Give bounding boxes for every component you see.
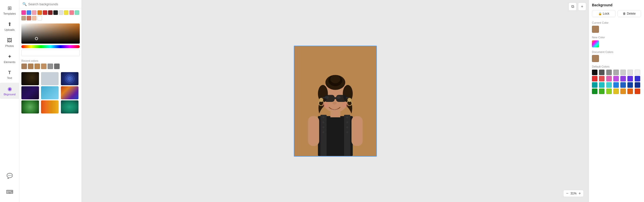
swatch-peach[interactable] [32, 16, 36, 20]
default-swatch-green[interactable] [599, 89, 605, 94]
default-swatch-limegreen[interactable] [606, 89, 612, 94]
default-swatch-nearwhite[interactable] [635, 70, 640, 75]
svg-point-29 [333, 101, 337, 104]
default-swatch-blue1[interactable] [620, 82, 626, 88]
delete-button[interactable]: 🗑 Delete [618, 10, 641, 17]
sidebar-item-text[interactable]: T Text [0, 67, 19, 83]
sidebar-item-templates[interactable]: ⊞ Templates [0, 2, 19, 18]
sidebar-item-comments[interactable]: 💬 [0, 168, 19, 184]
default-swatch-darkblue[interactable] [635, 82, 640, 88]
svg-point-10 [346, 121, 348, 123]
sidebar-item-photos[interactable]: 🖼 Photos [0, 34, 19, 50]
zoom-bar: − 31% + [563, 190, 584, 197]
search-input[interactable] [28, 2, 78, 6]
default-swatch-darkgreen[interactable] [592, 89, 597, 94]
bg-thumb-2[interactable] [41, 72, 59, 85]
default-swatch-cyan[interactable] [606, 82, 612, 88]
recent-swatch-2[interactable] [28, 64, 33, 69]
swatch-terracotta[interactable] [27, 16, 31, 20]
person-illustration [294, 46, 376, 156]
swatch-orange[interactable] [37, 10, 42, 15]
default-swatch-indigo[interactable] [635, 76, 640, 81]
default-swatch-purple2[interactable] [620, 76, 626, 81]
swatch-mint[interactable] [75, 10, 79, 15]
zoom-in-button[interactable]: + [579, 191, 581, 196]
uploads-label: Uploads [5, 28, 15, 31]
swatch-yellow[interactable] [64, 10, 68, 15]
default-swatch-black[interactable] [592, 70, 597, 75]
swatch-salmon[interactable] [69, 10, 74, 15]
swatch-red[interactable] [43, 10, 47, 15]
swatch-lightpink[interactable] [32, 10, 36, 15]
recent-colors-label: Recent colors [21, 59, 79, 62]
default-swatch-hotpink[interactable] [606, 76, 612, 81]
bg-thumb-6[interactable] [61, 86, 78, 99]
default-swatch-purple1[interactable] [613, 76, 619, 81]
delete-label: Delete [627, 12, 636, 15]
search-icon: 🔍 [22, 2, 27, 6]
uploads-icon: ⬆ [8, 21, 12, 27]
sidebar-item-elements[interactable]: ✦ Elements [0, 50, 19, 67]
default-swatch-violet[interactable] [627, 76, 633, 81]
swatch-pink[interactable] [21, 10, 26, 15]
lock-button[interactable]: 🔒 Lock [592, 10, 616, 17]
recent-swatch-4[interactable] [41, 64, 47, 69]
hex-input[interactable]: #A97F59 [21, 50, 80, 56]
bg-thumb-9[interactable] [61, 100, 78, 113]
sidebar-item-keyboard[interactable]: ⌨ [0, 184, 19, 200]
swatch-white[interactable] [37, 16, 42, 20]
duplicate-button[interactable]: ⧉ [569, 3, 577, 11]
default-swatch-red[interactable] [592, 76, 597, 81]
recent-swatch-6[interactable] [54, 64, 60, 69]
swatch-black[interactable] [53, 10, 58, 15]
current-color-label: Current Color [592, 21, 641, 24]
swatch-tan[interactable] [21, 16, 26, 20]
current-color-preview[interactable] [592, 26, 599, 33]
recent-swatch-3[interactable] [34, 64, 40, 69]
right-panel: Background 🔒 Lock 🗑 Delete Current Color… [589, 0, 644, 202]
svg-point-37 [342, 102, 349, 107]
default-swatch-teal1[interactable] [592, 82, 597, 88]
hue-slider[interactable] [21, 45, 80, 48]
sidebar-item-background[interactable]: ◉ Bkground [0, 83, 19, 99]
default-swatch-amber[interactable] [620, 89, 626, 94]
default-swatch-medgray[interactable] [613, 70, 619, 75]
svg-point-1 [67, 76, 73, 82]
bg-thumb-8[interactable] [41, 100, 59, 113]
default-swatch-yellow[interactable] [613, 89, 619, 94]
default-swatch-gray[interactable] [606, 70, 612, 75]
new-color-gradient [592, 40, 599, 47]
swatch-lightgrey[interactable] [59, 10, 63, 15]
svg-point-28 [336, 96, 340, 99]
default-swatch-teal2[interactable] [599, 82, 605, 88]
bg-thumb-5[interactable] [41, 86, 59, 99]
bg-thumb-3[interactable] [61, 72, 78, 85]
bg-thumb-4[interactable] [21, 86, 39, 99]
bg-thumb-7[interactable] [21, 100, 39, 113]
default-swatch-deeporange[interactable] [635, 89, 640, 94]
default-swatch-lightred[interactable] [599, 76, 605, 81]
default-swatch-orange[interactable] [627, 89, 633, 94]
sidebar-item-uploads[interactable]: ⬆ Uploads [0, 18, 19, 34]
document-color-swatch[interactable] [592, 55, 599, 62]
swatch-blue[interactable] [27, 10, 31, 15]
default-swatch-verylightgray[interactable] [627, 70, 633, 75]
default-swatch-darkgray[interactable] [599, 70, 605, 75]
canvas-frame[interactable] [294, 46, 377, 157]
left-panel: 🔍 #A97F59 [19, 0, 82, 202]
zoom-out-button[interactable]: − [566, 191, 568, 196]
svg-point-36 [322, 102, 329, 107]
svg-point-9 [322, 121, 324, 123]
swatch-darkred[interactable] [48, 10, 53, 15]
color-gradient-picker[interactable] [21, 23, 80, 44]
add-button[interactable]: + [578, 3, 586, 11]
recent-swatch-1[interactable] [21, 64, 27, 69]
recent-swatch-5[interactable] [48, 64, 53, 69]
color-picker-handle [35, 37, 38, 40]
new-color-preview[interactable] [592, 40, 599, 47]
bg-thumb-1[interactable] [21, 72, 39, 85]
default-swatch-blue2[interactable] [627, 82, 633, 88]
default-swatch-cornblue[interactable] [613, 82, 619, 88]
default-swatch-lightgray[interactable] [620, 70, 626, 75]
new-color-label: New Color [592, 36, 641, 39]
